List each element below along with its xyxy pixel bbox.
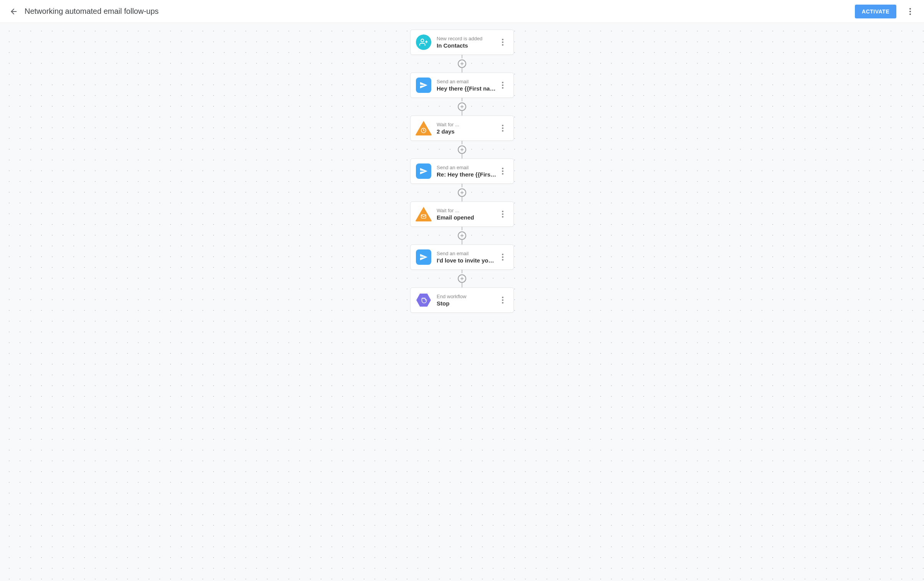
add-step-button[interactable] <box>458 231 466 240</box>
connector-line <box>462 240 462 244</box>
workflow-node[interactable]: Send an emailI'd love to invite you to… <box>410 244 514 270</box>
workflow-node[interactable]: Send an emailHey there {{First name… <box>410 73 514 98</box>
plus-icon <box>460 233 464 238</box>
back-button[interactable] <box>7 5 21 18</box>
connector-line <box>462 227 462 231</box>
activate-button[interactable]: ACTIVATE <box>855 5 896 18</box>
node-detail: Email opened <box>437 214 497 221</box>
add-step-button[interactable] <box>458 145 466 154</box>
plus-icon <box>460 61 464 66</box>
plus-icon <box>460 147 464 152</box>
node-detail: 2 days <box>437 128 497 135</box>
connector <box>458 227 466 244</box>
header: Networking automated email follow-ups AC… <box>0 0 924 23</box>
more-vertical-icon <box>502 297 503 304</box>
connector-line <box>462 184 462 188</box>
node-text: Wait for ...Email opened <box>437 208 497 221</box>
connector <box>458 270 466 287</box>
node-more-button[interactable] <box>497 166 508 177</box>
node-detail: I'd love to invite you to… <box>437 257 497 264</box>
add-step-button[interactable] <box>458 59 466 68</box>
svg-point-1 <box>421 39 424 42</box>
connector-line <box>462 98 462 102</box>
stop-icon <box>416 292 431 308</box>
person-add-icon <box>416 35 431 50</box>
plus-icon <box>460 190 464 195</box>
connector-line <box>462 141 462 145</box>
more-vertical-icon <box>502 254 503 261</box>
connector-line <box>462 55 462 59</box>
more-vertical-icon <box>909 8 911 15</box>
connector <box>458 141 466 158</box>
node-more-button[interactable] <box>497 295 508 305</box>
workflow-node[interactable]: Wait for ...2 days <box>410 116 514 141</box>
node-more-button[interactable] <box>497 80 508 91</box>
node-detail: Stop <box>437 300 497 307</box>
connector-line <box>462 68 462 73</box>
plus-icon <box>460 104 464 109</box>
node-text: Send an emailI'd love to invite you to… <box>437 251 497 264</box>
connector <box>458 184 466 201</box>
node-text: New record is addedIn Contacts <box>437 36 497 49</box>
more-vertical-icon <box>502 211 503 218</box>
wait-clock-icon <box>416 120 431 136</box>
connector <box>458 55 466 73</box>
header-more-button[interactable] <box>903 5 917 18</box>
page-title: Networking automated email follow-ups <box>25 7 855 16</box>
send-email-icon <box>416 78 431 93</box>
connector-line <box>462 197 462 201</box>
workflow-node[interactable]: Wait for ...Email opened <box>410 201 514 227</box>
send-email-icon <box>416 249 431 265</box>
more-vertical-icon <box>502 39 503 46</box>
connector-line <box>462 154 462 158</box>
send-email-icon <box>416 163 431 179</box>
node-label: Send an email <box>437 79 497 84</box>
workflow-node[interactable]: Send an emailRe: Hey there {{First n… <box>410 158 514 184</box>
add-step-button[interactable] <box>458 102 466 111</box>
more-vertical-icon <box>502 168 503 175</box>
node-text: Wait for ...2 days <box>437 122 497 135</box>
node-label: Send an email <box>437 165 497 170</box>
more-vertical-icon <box>502 125 503 132</box>
wait-mail-icon <box>416 206 431 222</box>
more-vertical-icon <box>502 82 503 89</box>
add-step-button[interactable] <box>458 274 466 283</box>
node-more-button[interactable] <box>497 252 508 262</box>
node-detail: Hey there {{First name… <box>437 85 497 92</box>
plus-icon <box>460 276 464 281</box>
connector <box>458 98 466 116</box>
connector-line <box>462 270 462 274</box>
node-detail: Re: Hey there {{First n… <box>437 171 497 178</box>
node-more-button[interactable] <box>497 37 508 48</box>
connector-line <box>462 283 462 287</box>
node-detail: In Contacts <box>437 42 497 49</box>
node-text: End workflowStop <box>437 294 497 307</box>
node-label: New record is added <box>437 36 497 41</box>
node-text: Send an emailHey there {{First name… <box>437 79 497 92</box>
add-step-button[interactable] <box>458 188 466 197</box>
node-label: Send an email <box>437 251 497 256</box>
node-label: End workflow <box>437 294 497 299</box>
arrow-left-icon <box>10 7 18 16</box>
workflow-canvas[interactable]: New record is addedIn ContactsSend an em… <box>0 23 924 581</box>
node-label: Wait for ... <box>437 208 497 213</box>
node-more-button[interactable] <box>497 209 508 220</box>
connector-line <box>462 111 462 116</box>
node-label: Wait for ... <box>437 122 497 127</box>
workflow-node[interactable]: New record is addedIn Contacts <box>410 30 514 55</box>
workflow-flow: New record is addedIn ContactsSend an em… <box>0 23 924 313</box>
node-text: Send an emailRe: Hey there {{First n… <box>437 165 497 178</box>
workflow-node[interactable]: End workflowStop <box>410 287 514 313</box>
node-more-button[interactable] <box>497 123 508 134</box>
